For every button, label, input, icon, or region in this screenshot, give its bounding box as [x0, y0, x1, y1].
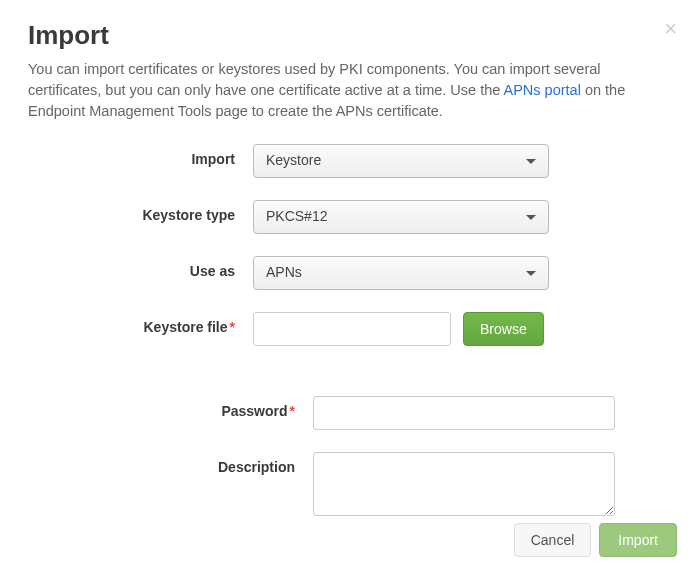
select-import-value: Keystore — [266, 152, 321, 168]
import-button[interactable]: Import — [599, 523, 677, 557]
label-keystore-type: Keystore type — [28, 200, 253, 223]
select-import[interactable]: Keystore — [253, 144, 549, 178]
label-import: Import — [28, 144, 253, 167]
label-description: Description — [28, 452, 313, 475]
keystore-file-input[interactable] — [253, 312, 451, 346]
label-password: Password* — [28, 396, 313, 419]
dialog-footer: Cancel Import — [514, 523, 677, 557]
import-dialog: × Import You can import certificates or … — [0, 0, 699, 558]
label-password-text: Password — [221, 403, 287, 419]
label-keystore-file-text: Keystore file — [144, 319, 228, 335]
row-password: Password* — [28, 396, 671, 430]
required-marker: * — [290, 403, 295, 419]
cancel-button[interactable]: Cancel — [514, 523, 592, 557]
select-keystore-type-value: PKCS#12 — [266, 208, 327, 224]
row-keystore-file: Keystore file* Browse — [28, 312, 671, 346]
chevron-down-icon — [526, 159, 536, 164]
select-use-as-value: APNs — [266, 264, 302, 280]
select-keystore-type[interactable]: PKCS#12 — [253, 200, 549, 234]
row-description: Description — [28, 452, 671, 516]
row-keystore-type: Keystore type PKCS#12 — [28, 200, 671, 234]
select-use-as[interactable]: APNs — [253, 256, 549, 290]
dialog-description: You can import certificates or keystores… — [28, 59, 668, 122]
dialog-title: Import — [28, 20, 671, 51]
description-textarea[interactable] — [313, 452, 615, 516]
row-use-as: Use as APNs — [28, 256, 671, 290]
password-input[interactable] — [313, 396, 615, 430]
required-marker: * — [230, 319, 235, 335]
label-keystore-file: Keystore file* — [28, 312, 253, 335]
label-use-as: Use as — [28, 256, 253, 279]
browse-button[interactable]: Browse — [463, 312, 544, 346]
chevron-down-icon — [526, 271, 536, 276]
chevron-down-icon — [526, 215, 536, 220]
row-import: Import Keystore — [28, 144, 671, 178]
apns-portal-link[interactable]: APNs portal — [504, 82, 581, 98]
close-icon[interactable]: × — [664, 18, 677, 40]
